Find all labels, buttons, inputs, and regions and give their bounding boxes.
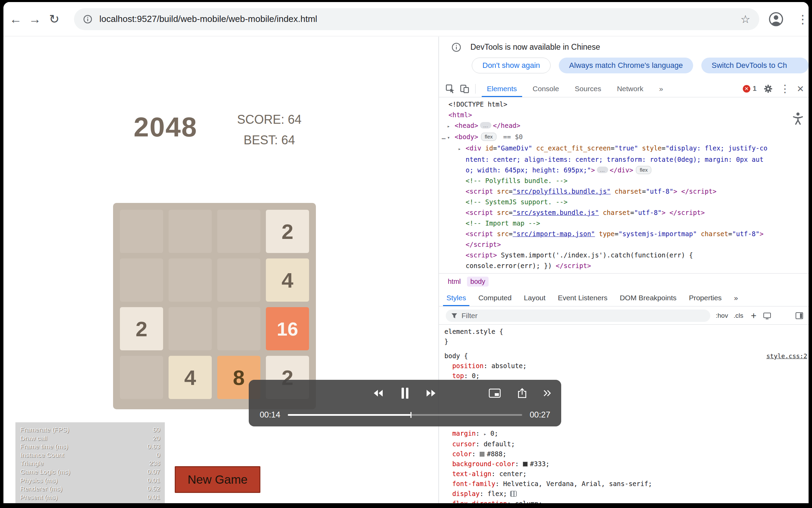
tab-sources[interactable]: Sources <box>567 80 609 97</box>
banner-message: DevTools is now available in Chinese <box>470 43 600 52</box>
sidebar-tab-computed[interactable]: Computed <box>472 289 518 306</box>
close-devtools-icon[interactable]: × <box>797 82 804 95</box>
css-line[interactable]: margin: ▸ 0; <box>439 428 809 439</box>
playhead[interactable] <box>410 412 411 418</box>
reload-button[interactable]: ↻ <box>45 12 64 26</box>
grid-cell <box>217 307 260 350</box>
devtools-language-banner: DevTools is now available in Chinese Don… <box>439 37 809 80</box>
dom-tree-line[interactable]: ▸<head>…</head> <box>439 120 809 132</box>
tab-network[interactable]: Network <box>609 80 651 97</box>
seek-bar-fill <box>288 414 410 416</box>
css-line[interactable]: element.style { <box>439 327 809 337</box>
dock-sidebar-icon[interactable] <box>794 311 804 320</box>
settings-gear-icon[interactable] <box>763 84 773 94</box>
flex-editor-icon <box>510 491 517 497</box>
dom-tree-line[interactable]: </script> <box>439 239 809 250</box>
sidebar-tab-styles[interactable]: Styles <box>440 289 472 306</box>
inspect-element-icon[interactable] <box>443 83 457 95</box>
match-language-button[interactable]: Always match Chrome's language <box>559 58 693 73</box>
tab-console[interactable]: Console <box>525 80 567 97</box>
dom-tree-line[interactable]: <script src="src/polyfills.bundle.js" ch… <box>439 186 809 197</box>
sidebar-tab-layout[interactable]: Layout <box>518 289 552 306</box>
stylesheet-source-link[interactable]: style.css:2 <box>766 351 807 361</box>
switch-language-button[interactable]: Switch DevTools to Ch <box>701 58 809 73</box>
dom-tree-line[interactable]: ntent: center; align-items: center; tran… <box>439 154 809 165</box>
dom-tree-line[interactable]: <!-- Import map --> <box>439 218 809 229</box>
css-line[interactable]: body {style.css:2 <box>439 351 809 361</box>
sidebar-tab-dom-breakpoints[interactable]: DOM Breakpoints <box>614 289 683 306</box>
dom-tree-line[interactable]: console.error(err); }) </script> <box>439 261 809 271</box>
grid-cell <box>120 258 163 302</box>
sidebar-tab-event-listeners[interactable]: Event Listeners <box>552 289 614 306</box>
new-game-button[interactable]: New Game <box>175 466 260 493</box>
pip-button[interactable] <box>487 385 502 401</box>
seek-bar[interactable] <box>288 414 522 416</box>
site-info-icon[interactable] <box>83 14 93 24</box>
devtools-menu-icon[interactable]: ⋮ <box>780 83 790 95</box>
sidebar-tab-properties[interactable]: Properties <box>683 289 728 306</box>
css-line[interactable]: position: absolute; <box>439 361 809 371</box>
css-line[interactable]: } <box>439 337 809 347</box>
dom-tree-line[interactable]: o; width: 645px; height: 695px;">…</div>… <box>439 165 809 176</box>
crumb-body[interactable]: body <box>467 277 489 287</box>
devtools-panel: DevTools is now available in Chinese Don… <box>439 37 809 503</box>
pause-button[interactable] <box>397 385 413 401</box>
dom-tree-line[interactable]: <html> <box>439 110 809 120</box>
dom-tree-line[interactable]: <!-- Polyfills bundle. --> <box>439 176 809 186</box>
back-button[interactable]: ← <box>6 12 25 26</box>
video-player-overlay: 00:14 00:27 <box>249 380 561 426</box>
fast-forward-button[interactable] <box>423 385 439 401</box>
more-controls-icon[interactable] <box>540 385 555 401</box>
css-line[interactable]: display: flex; <box>439 489 809 499</box>
sidebar-tab--[interactable]: » <box>728 289 744 306</box>
dom-tree-line[interactable]: <!DOCTYPE html> <box>439 99 809 110</box>
dont-show-again-button[interactable]: Don't show again <box>472 58 551 73</box>
share-button[interactable] <box>515 385 530 401</box>
dom-tree-line[interactable]: <!-- SystemJS support. --> <box>439 197 809 207</box>
grid-cell <box>120 356 163 399</box>
forward-button[interactable]: → <box>25 12 45 26</box>
filter-placeholder: Filter <box>462 312 478 320</box>
crumb-html[interactable]: html <box>444 277 464 287</box>
stat-row: Present (ms)0.01 <box>20 493 160 502</box>
stat-row: Instance Count0 <box>20 451 160 460</box>
tile-16: 16 <box>266 307 309 350</box>
error-badge[interactable]: ✕ 1 <box>743 85 756 93</box>
address-bar[interactable]: localhost:9527/build/web-mobile/web-mobi… <box>74 8 759 30</box>
dom-tree-line[interactable]: <script src="src/system.bundle.js" chars… <box>439 207 809 218</box>
styles-filter-input[interactable]: Filter <box>446 310 710 322</box>
game-grid[interactable]: 24216482 <box>113 203 316 409</box>
error-icon: ✕ <box>743 85 750 93</box>
tile-4: 4 <box>266 258 309 302</box>
css-line[interactable]: font-family: Helvetica, Verdana, Arial, … <box>439 479 809 489</box>
element-classes-button[interactable]: .cls <box>734 312 743 319</box>
css-line[interactable]: color: #888; <box>439 449 809 459</box>
browser-menu-icon[interactable]: ⋮ <box>797 12 805 26</box>
css-line[interactable]: background-color: #333; <box>439 459 809 469</box>
toggle-element-state-button[interactable]: :hov <box>716 312 728 319</box>
score-value: SCORE: 64 <box>218 109 321 130</box>
css-line[interactable]: flex-direction: column; <box>439 499 809 503</box>
tile-4: 4 <box>169 356 212 399</box>
rewind-button[interactable] <box>371 385 386 401</box>
dom-tree-line[interactable]: ▸<div id="GameDiv" cc_exact_fit_screen="… <box>439 143 809 154</box>
new-style-rule-button[interactable]: + <box>751 310 756 321</box>
bookmark-star-icon[interactable]: ☆ <box>740 13 750 26</box>
styles-sidebar-tabs: StylesComputedLayoutEvent ListenersDOM B… <box>439 289 809 306</box>
game-title: 2048 <box>134 111 197 143</box>
dom-tree-line[interactable]: …▾<body>flex == $0 <box>439 132 809 143</box>
css-line[interactable]: cursor: default; <box>439 439 809 449</box>
device-toolbar-icon[interactable] <box>457 83 472 95</box>
rendering-emulation-icon[interactable] <box>762 311 772 320</box>
css-line[interactable]: top: 0; <box>439 371 809 381</box>
dom-tree-line[interactable]: <script src="src/import-map.json" type="… <box>439 229 809 239</box>
tab--[interactable]: » <box>651 80 671 97</box>
css-line[interactable]: text-align: center; <box>439 469 809 479</box>
toolbar-divider <box>475 84 476 94</box>
accessibility-person-icon[interactable] <box>791 111 805 125</box>
dom-tree-line[interactable]: <script> System.import('./index.js').cat… <box>439 250 809 261</box>
stat-row: Framerate (FPS)60 <box>20 426 160 434</box>
tab-elements[interactable]: Elements <box>479 80 525 97</box>
stat-row: Physics (ms)0.01 <box>20 476 160 485</box>
profile-avatar-icon[interactable] <box>768 11 784 27</box>
